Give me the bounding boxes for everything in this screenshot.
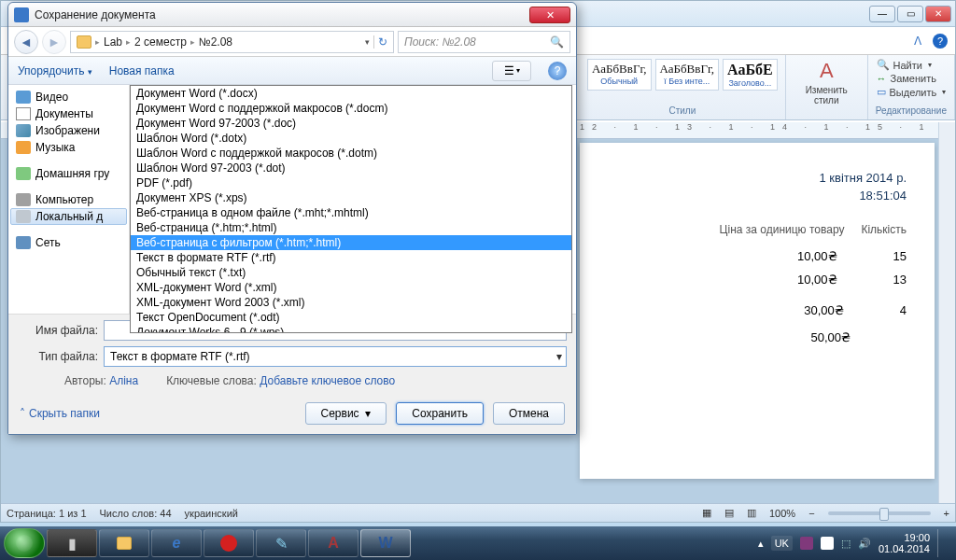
select-button[interactable]: ▭Выделить▾: [877, 86, 947, 98]
change-styles-icon: A: [820, 59, 834, 83]
filetype-option[interactable]: Документ Word (*.docx): [131, 86, 571, 101]
dialog-toolbar: Упорядочить ▾ Новая папка ☰▾ ?: [8, 57, 576, 85]
taskbar-clock[interactable]: 19:00 01.04.2014: [879, 532, 930, 554]
filetype-option[interactable]: Документ Word с поддержкой макросов (*.d…: [131, 101, 571, 116]
status-page[interactable]: Страница: 1 из 1: [7, 508, 87, 519]
nav-item-video[interactable]: Видео: [10, 89, 127, 105]
zoom-slider[interactable]: [828, 511, 931, 515]
taskbar[interactable]: ▮ e ✎ A W ▴ UK ⬚ 🔊 19:00 01.04.2014: [0, 526, 956, 560]
minimize-button[interactable]: —: [869, 6, 895, 22]
filetype-option[interactable]: Веб-страница в одном файле (*.mht;*.mhtm…: [131, 205, 571, 220]
table-row: 10,00₴13: [608, 273, 907, 287]
breadcrumb[interactable]: ▸ Lab ▸ 2 семестр ▸ №2.08 ▾ ↻: [70, 31, 394, 53]
nav-item-network[interactable]: Сеть: [10, 234, 127, 251]
document-icon: [16, 107, 31, 120]
filetype-dropdown[interactable]: Документ Word (*.docx)Документ Word с по…: [130, 85, 572, 333]
document-page[interactable]: 1 квітня 2014 р. 18:51:04 Ціна за одиниц…: [580, 143, 935, 479]
filetype-option[interactable]: Шаблон Word с поддержкой макросов (*.dot…: [131, 146, 571, 161]
status-language[interactable]: украинский: [185, 508, 238, 519]
zoom-out-button[interactable]: −: [808, 508, 814, 519]
hide-folders-button[interactable]: ˄Скрыть папки: [20, 407, 100, 420]
filetype-option[interactable]: Документ XPS (*.xps): [131, 190, 571, 205]
nav-item-local-disk[interactable]: Локальный д: [10, 208, 127, 225]
filetype-option[interactable]: Текст в формате RTF (*.rtf): [131, 250, 571, 265]
filetype-option[interactable]: Шаблон Word (*.dotx): [131, 131, 571, 146]
filetype-option[interactable]: Документ Word 97-2003 (*.doc): [131, 116, 571, 131]
style-no-spacing[interactable]: АаБбВвГг,ї Без инте...: [655, 59, 720, 91]
start-button[interactable]: [4, 528, 45, 558]
help-icon[interactable]: ?: [933, 34, 948, 49]
taskbar-cmd[interactable]: ▮: [47, 529, 97, 557]
view-web-icon[interactable]: ▥: [747, 507, 756, 519]
filetype-option[interactable]: Веб-страница (*.htm;*.html): [131, 220, 571, 235]
filetype-option[interactable]: Веб-страница с фильтром (*.htm;*.html): [131, 235, 571, 250]
dialog-help-icon[interactable]: ?: [548, 62, 567, 80]
refresh-icon[interactable]: ↻: [373, 35, 387, 49]
save-button[interactable]: Сохранить: [396, 402, 484, 425]
taskbar-access[interactable]: A: [308, 529, 358, 557]
music-icon: [16, 141, 31, 154]
taskbar-ie[interactable]: e: [151, 529, 202, 557]
dialog-nav-bar: ◄ ► ▸ Lab ▸ 2 семестр ▸ №2.08 ▾ ↻ Поиск:…: [8, 27, 576, 57]
style-normal[interactable]: АаБбВвГг,Обычный: [587, 59, 652, 91]
filetype-option[interactable]: XML-документ Word (*.xml): [131, 280, 571, 295]
search-input[interactable]: Поиск: №2.08 🔍: [398, 31, 570, 53]
chevron-up-icon: ˄: [20, 407, 25, 420]
organize-button[interactable]: Упорядочить ▾: [18, 64, 92, 77]
volume-tray-icon[interactable]: 🔊: [858, 538, 871, 550]
filetype-option[interactable]: PDF (*.pdf): [131, 175, 571, 190]
taskbar-opera[interactable]: [204, 529, 254, 557]
taskbar-word[interactable]: W: [360, 529, 411, 557]
close-button[interactable]: ✕: [925, 6, 951, 22]
zoom-in-button[interactable]: +: [944, 508, 949, 519]
find-button[interactable]: 🔍Найти▾: [877, 59, 947, 71]
filetype-option[interactable]: XML-документ Word 2003 (*.xml): [131, 295, 571, 310]
dialog-close-button[interactable]: ✕: [529, 7, 570, 23]
new-folder-button[interactable]: Новая папка: [109, 64, 175, 77]
tools-button[interactable]: Сервис ▾: [305, 402, 387, 425]
cancel-button[interactable]: Отмена: [493, 402, 565, 425]
action-center-icon[interactable]: [821, 537, 834, 550]
status-word-count[interactable]: Число слов: 44: [100, 508, 172, 519]
nav-item-music[interactable]: Музыка: [10, 139, 127, 156]
taskbar-explorer[interactable]: [99, 529, 149, 557]
show-desktop-button[interactable]: [937, 529, 947, 557]
authors-value[interactable]: Аліна: [109, 374, 138, 387]
language-indicator[interactable]: UK: [771, 536, 793, 551]
maximize-button[interactable]: ▭: [897, 6, 923, 22]
replace-icon: ↔: [877, 73, 887, 84]
system-tray[interactable]: ▴ UK ⬚ 🔊 19:00 01.04.2014: [758, 529, 952, 557]
nav-back-button[interactable]: ◄: [14, 30, 38, 54]
tray-chevron-icon[interactable]: ▴: [758, 538, 764, 550]
select-icon: ▭: [877, 86, 886, 98]
nav-item-computer[interactable]: Компьютер: [10, 191, 127, 208]
zoom-value[interactable]: 100%: [769, 508, 795, 519]
filename-label: Имя файла:: [18, 324, 98, 337]
network-tray-icon[interactable]: ⬚: [841, 538, 851, 550]
keywords-value[interactable]: Добавьте ключевое слово: [260, 374, 395, 387]
change-styles-button[interactable]: A Изменить стили: [794, 59, 860, 105]
onenote-tray-icon[interactable]: [800, 537, 813, 550]
dialog-titlebar[interactable]: Сохранение документа ✕: [8, 3, 576, 27]
nav-item-homegroup[interactable]: Домашняя гру: [10, 165, 127, 182]
filetype-combo[interactable]: Текст в формате RTF (*.rtf): [104, 346, 567, 367]
navigation-pane[interactable]: Видео Документы Изображени Музыка Домашн…: [8, 85, 130, 314]
taskbar-notepad[interactable]: ✎: [256, 529, 306, 557]
filetype-option[interactable]: Обычный текст (*.txt): [131, 265, 571, 280]
filetype-label: Тип файла:: [18, 350, 98, 363]
view-print-layout-icon[interactable]: ▦: [702, 507, 711, 519]
vertical-scrollbar[interactable]: [938, 122, 955, 503]
view-reading-icon[interactable]: ▤: [724, 507, 734, 519]
replace-button[interactable]: ↔Заменить: [877, 73, 947, 84]
nav-item-images[interactable]: Изображени: [10, 122, 127, 139]
filetype-option[interactable]: Шаблон Word 97-2003 (*.dot): [131, 161, 571, 175]
nav-item-documents[interactable]: Документы: [10, 105, 127, 122]
nav-forward-button[interactable]: ►: [42, 30, 66, 54]
view-mode-button[interactable]: ☰▾: [492, 61, 531, 81]
filetype-option[interactable]: Текст OpenDocument (*.odt): [131, 310, 571, 325]
find-icon: 🔍: [877, 59, 890, 71]
ribbon-minimize-icon[interactable]: ᐱ: [914, 35, 921, 48]
style-heading[interactable]: АаБбЕЗаголово...: [723, 59, 778, 91]
style-gallery[interactable]: АаБбВвГг,Обычный АаБбВвГг,ї Без инте... …: [587, 59, 778, 91]
filetype-option[interactable]: Документ Works 6 - 9 (*.wps): [131, 325, 571, 333]
